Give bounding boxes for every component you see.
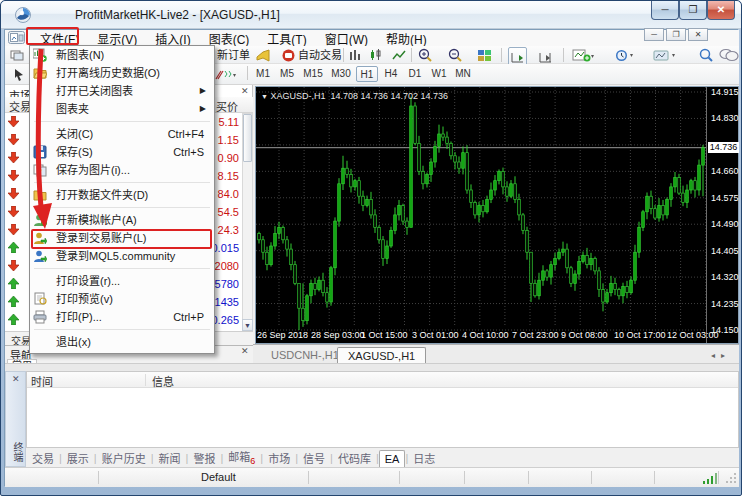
tick-up-icon <box>8 278 19 289</box>
tick-down-icon <box>8 152 19 163</box>
col-bid[interactable]: 买价 <box>216 98 238 114</box>
file-menu-item-16[interactable]: 打印预览(v) <box>30 290 214 308</box>
title-bar[interactable]: ProfitMarketHK-Live2 - [XAGUSD-,H1] ─ ❐ … <box>1 1 741 29</box>
tick-down-icon <box>8 116 19 127</box>
time-tick: 7 Oct 23:00 <box>512 330 559 340</box>
chart-tabs-bar: USDCNH-,H1 XAGUSD-,H1 ◂▸ <box>253 344 739 363</box>
terminal-tab-账户历史[interactable]: 账户历史 <box>97 448 151 468</box>
menu-item-5[interactable]: 窗口(W) <box>316 29 377 48</box>
chart-price-axis: 14.91514.83014.74514.66014.57514.49014.4… <box>706 87 739 343</box>
resize-grip[interactable] <box>725 472 737 484</box>
crosshair-tools-icon[interactable] <box>213 68 237 86</box>
print-preview-icon <box>33 292 47 306</box>
child-minimize-button[interactable]: ─ <box>644 28 664 41</box>
file-menu-item-19[interactable]: 退出(x) <box>30 333 214 351</box>
timeframe-M15[interactable]: M15 <box>300 66 326 82</box>
tick-down-icon <box>8 134 19 145</box>
time-tick: 1 Oct 15:00 <box>361 330 408 340</box>
terminal-tab-邮箱[interactable]: 邮箱6 <box>223 446 260 468</box>
terminal-tab-日志[interactable]: 日志 <box>408 448 440 468</box>
timeframe-M5[interactable]: M5 <box>276 66 298 82</box>
tick-down-icon <box>8 224 19 235</box>
price-tick: 14.830 <box>711 113 739 123</box>
chart-tab-xagusd[interactable]: XAGUSD-,H1 <box>337 347 426 364</box>
child-restore-button[interactable]: ❐ <box>666 28 686 41</box>
file-menu-item-17[interactable]: 打印(P)...Ctrl+P <box>30 308 214 326</box>
terminal-tabs: 交易|展示|账户历史|新闻|警报|邮箱6|市场|信号|代码库|EA|日志 <box>26 448 739 467</box>
market-watch-close-icon[interactable]: ✕ <box>241 86 249 96</box>
tick-down-icon <box>8 206 19 217</box>
navigator-close-icon[interactable]: ✕ <box>241 346 249 356</box>
terminal-col-message[interactable]: 信息 <box>152 373 174 389</box>
time-tick: 3 Oct 01:00 <box>412 330 459 340</box>
terminal-tab-展示[interactable]: 展示 <box>62 448 94 468</box>
terminal-side-label: 终端 <box>10 442 25 462</box>
status-profile[interactable]: Default <box>201 471 236 483</box>
child-close-button[interactable]: ✕ <box>688 28 708 41</box>
tick-up-icon <box>8 296 19 307</box>
mt4-window: ProfitMarketHK-Live2 - [XAGUSD-,H1] ─ ❐ … <box>0 0 742 496</box>
minimize-button[interactable]: ─ <box>651 1 679 20</box>
timeframe-M30[interactable]: M30 <box>328 66 354 82</box>
terminal-header: 时间 信息 <box>27 372 738 388</box>
price-tick: 14.915 <box>711 87 739 97</box>
tick-down-icon <box>8 188 19 199</box>
window-title: ProfitMarketHK-Live2 - [XAGUSD-,H1] <box>75 8 280 22</box>
annotation-arrow <box>29 45 69 285</box>
terminal-tab-警报[interactable]: 警报 <box>188 448 220 468</box>
time-tick: 12 Oct 03:00 <box>667 330 719 340</box>
chart-tab-usdcnh[interactable]: USDCNH-,H1 <box>261 347 349 364</box>
time-tick: 26 Sep 2018 <box>257 330 308 340</box>
connection-status-icon <box>703 473 717 484</box>
terminal-close-icon[interactable]: ✕ <box>12 374 20 384</box>
timeframe-W1[interactable]: W1 <box>428 66 450 82</box>
price-tick: 14.660 <box>711 166 739 176</box>
terminal-tab-EA[interactable]: EA <box>379 450 406 467</box>
terminal-col-time[interactable]: 时间 <box>31 373 53 389</box>
terminal-side-strip: ✕ 终端 <box>5 371 26 467</box>
tick-up-icon <box>8 242 19 253</box>
close-button[interactable]: ✕ <box>707 1 735 20</box>
terminal-tab-市场[interactable]: 市场 <box>263 448 295 468</box>
terminal-tab-代码库[interactable]: 代码库 <box>333 448 376 468</box>
timeframe-H4[interactable]: H4 <box>380 66 402 82</box>
annotation-box-file-menu <box>26 27 79 45</box>
tick-down-icon <box>8 170 19 181</box>
printer-icon <box>33 310 47 324</box>
status-bar: Default <box>5 467 739 487</box>
timeframe-D1[interactable]: D1 <box>404 66 426 82</box>
chart-tabs-scroll-arrows[interactable]: ◂▸ <box>711 351 731 360</box>
terminal-tab-交易[interactable]: 交易 <box>27 448 59 468</box>
tick-up-icon <box>8 314 19 325</box>
timeframe-H1[interactable]: H1 <box>356 66 378 82</box>
price-tick: 14.490 <box>711 219 739 229</box>
menu-item-4[interactable]: 工具(T) <box>258 29 315 48</box>
market-watch-scrollbar-thumb[interactable] <box>243 114 252 162</box>
price-tick: 14.575 <box>711 193 739 203</box>
annotation-box-login-item <box>31 229 212 249</box>
maximize-button[interactable]: ❐ <box>679 1 707 20</box>
time-tick: 9 Oct 08:00 <box>561 330 608 340</box>
price-tick: 14.235 <box>711 299 739 309</box>
price-tick: 14.320 <box>711 272 739 282</box>
child-window-menu-icon[interactable] <box>8 31 25 45</box>
candlestick-chart[interactable] <box>256 87 706 343</box>
timeframe-M1[interactable]: M1 <box>252 66 274 82</box>
app-icon <box>15 7 31 23</box>
menu-bar: 文件(F)显示(V)插入(I)图表(C)工具(T)窗口(W)帮助(H) <box>5 30 739 46</box>
timeframe-MN[interactable]: MN <box>452 66 474 82</box>
chart-time-axis: 26 Sep 201828 Sep 03:001 Oct 15:003 Oct … <box>256 330 706 343</box>
time-tick: 4 Oct 10:00 <box>462 330 509 340</box>
chart-symbol-label: ▼ XAGUSD-,H1 14.708 14.736 14.702 14.736 <box>261 91 448 101</box>
price-tick: 14.405 <box>711 246 739 256</box>
cursor-icon[interactable] <box>13 67 25 85</box>
child-window-controls: ─ ❐ ✕ <box>644 28 708 42</box>
time-tick: 28 Sep 03:00 <box>311 330 365 340</box>
market-watch-scroll-down-icon[interactable]: ▼ <box>242 319 253 331</box>
terminal-tab-新闻[interactable]: 新闻 <box>154 448 186 468</box>
panel-splitter[interactable] <box>5 363 739 371</box>
menu-item-6[interactable]: 帮助(H) <box>377 29 436 48</box>
time-tick: 10 Oct 17:00 <box>614 330 666 340</box>
terminal-tab-信号[interactable]: 信号 <box>298 448 330 468</box>
current-price-box: 14.736 <box>708 142 739 153</box>
